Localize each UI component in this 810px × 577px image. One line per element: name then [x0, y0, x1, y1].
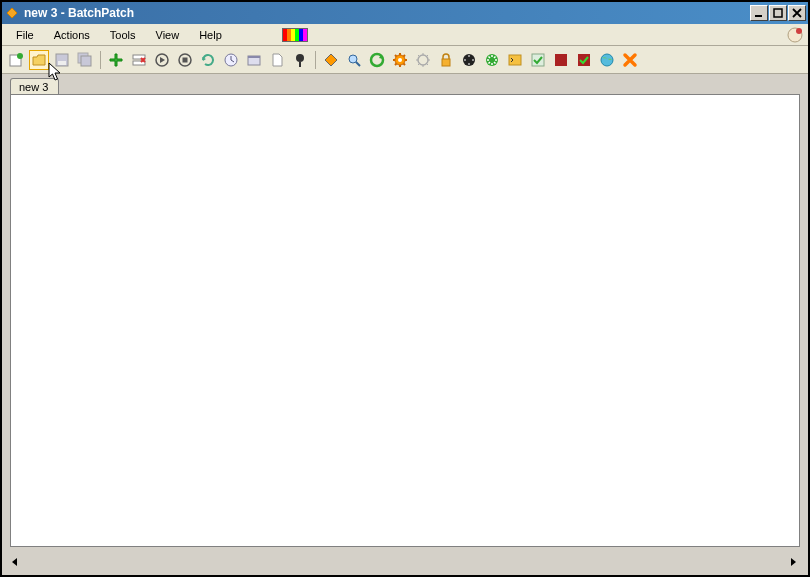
svg-rect-17: [248, 56, 260, 58]
toolbar: [2, 46, 808, 74]
loader-dark-icon[interactable]: [459, 50, 479, 70]
menu-actions[interactable]: Actions: [44, 26, 100, 44]
scroll-right-icon[interactable]: [788, 557, 800, 569]
open-icon[interactable]: [29, 50, 49, 70]
window-controls: [750, 5, 806, 21]
svg-point-5: [17, 53, 23, 59]
screenshot-icon[interactable]: [244, 50, 264, 70]
tab-new-3[interactable]: new 3: [10, 78, 59, 95]
close-button[interactable]: [788, 5, 806, 21]
refresh-corner-icon[interactable]: [786, 26, 804, 44]
svg-point-18: [296, 54, 304, 62]
new-grid-icon[interactable]: [6, 50, 26, 70]
svg-rect-14: [183, 57, 188, 62]
loader-green-icon[interactable]: [482, 50, 502, 70]
svg-point-21: [398, 58, 402, 62]
menu-file[interactable]: File: [6, 26, 44, 44]
save-icon[interactable]: [52, 50, 72, 70]
console-icon[interactable]: [505, 50, 525, 70]
app-icon: [4, 5, 20, 21]
zoom-icon[interactable]: [344, 50, 364, 70]
scroll-left-icon[interactable]: [10, 557, 22, 569]
svg-rect-29: [578, 54, 590, 66]
tab-label: new 3: [19, 81, 48, 93]
horizontal-scroll: [10, 555, 800, 571]
refresh-icon[interactable]: [198, 50, 218, 70]
add-icon[interactable]: [106, 50, 126, 70]
lock-icon[interactable]: [436, 50, 456, 70]
svg-rect-1: [774, 9, 782, 17]
minimize-button[interactable]: [750, 5, 768, 21]
stop-icon[interactable]: [175, 50, 195, 70]
menu-help[interactable]: Help: [189, 26, 232, 44]
svg-point-3: [796, 28, 802, 34]
grid-content-area[interactable]: [10, 94, 800, 547]
pin-icon[interactable]: [290, 50, 310, 70]
svg-point-19: [349, 55, 357, 63]
check-red-icon[interactable]: [574, 50, 594, 70]
close-orange-icon[interactable]: [620, 50, 640, 70]
app-window: new 3 - BatchPatch File Actions Tools Vi…: [0, 0, 810, 577]
clock-icon[interactable]: [221, 50, 241, 70]
svg-rect-28: [555, 54, 567, 66]
play-icon[interactable]: [152, 50, 172, 70]
menu-view[interactable]: View: [146, 26, 190, 44]
maximize-button[interactable]: [769, 5, 787, 21]
svg-rect-9: [81, 56, 91, 66]
svg-rect-26: [509, 55, 521, 65]
sun-icon[interactable]: [413, 50, 433, 70]
svg-point-30: [601, 54, 613, 66]
save-all-icon[interactable]: [75, 50, 95, 70]
menubar: File Actions Tools View Help: [2, 24, 808, 46]
globe-icon[interactable]: [597, 50, 617, 70]
svg-rect-23: [442, 59, 450, 66]
delete-row-icon[interactable]: [129, 50, 149, 70]
titlebar: new 3 - BatchPatch: [2, 2, 808, 24]
window-title: new 3 - BatchPatch: [24, 6, 750, 20]
menu-tools[interactable]: Tools: [100, 26, 146, 44]
svg-rect-0: [755, 15, 762, 17]
check-sheet-icon[interactable]: [528, 50, 548, 70]
svg-rect-7: [58, 61, 66, 65]
page-icon[interactable]: [267, 50, 287, 70]
color-palette-icon[interactable]: [282, 28, 308, 42]
diamond-icon[interactable]: [321, 50, 341, 70]
svg-rect-27: [532, 54, 544, 66]
stop-red-icon[interactable]: [551, 50, 571, 70]
recycle-icon[interactable]: [367, 50, 387, 70]
gear-icon[interactable]: [390, 50, 410, 70]
tabs-area: new 3: [2, 74, 808, 94]
